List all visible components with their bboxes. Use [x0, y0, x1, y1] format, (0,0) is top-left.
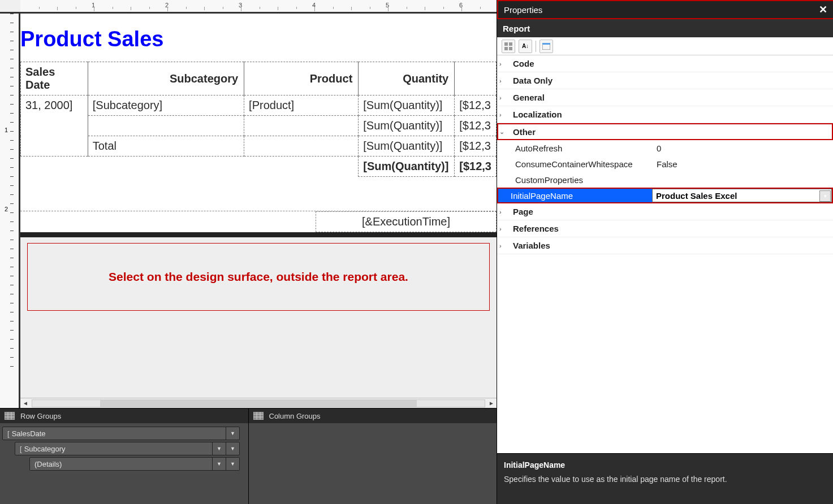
category-label: Localization	[513, 110, 562, 119]
chevron-down-icon[interactable]: ▾	[819, 190, 831, 202]
row-group-label: SalesDate	[7, 429, 226, 438]
category-label: Other	[513, 127, 536, 137]
chevron-down-icon[interactable]: ▼	[212, 458, 226, 470]
chevron-down-icon[interactable]: ▼	[226, 427, 239, 440]
scroll-track[interactable]	[32, 399, 485, 407]
cell[interactable]	[21, 136, 88, 157]
column-groups-header: Column Groups	[249, 409, 497, 423]
chevron-down-icon[interactable]: ▼	[226, 442, 239, 455]
svg-rect-15	[542, 43, 550, 45]
horizontal-scrollbar[interactable]: ◄ ►	[20, 398, 497, 408]
alphabetical-button[interactable]: A↓	[519, 40, 532, 53]
col-header-product[interactable]: Product	[244, 62, 359, 95]
property-row[interactable]: AutoRefresh0	[497, 140, 833, 156]
cell[interactable]	[244, 136, 359, 157]
row-group-item[interactable]: Subcategory▼▼	[15, 442, 240, 455]
property-category[interactable]: ›Variables	[497, 237, 833, 254]
chevron-right-icon: ›	[499, 208, 507, 215]
categorized-button[interactable]	[502, 40, 515, 53]
cell[interactable]: [$12,3	[455, 157, 497, 177]
cell[interactable]: [$12,3	[455, 116, 497, 136]
chevron-right-icon: ›	[499, 242, 507, 249]
property-name: CustomProperties	[515, 175, 657, 185]
property-category[interactable]: ›References	[497, 220, 833, 237]
chevron-right-icon: ›	[499, 94, 507, 101]
category-label: Data Only	[513, 76, 553, 85]
table-row[interactable]: 31, 2000] [Subcategory] [Product] [Sum(Q…	[21, 95, 497, 116]
category-label: General	[513, 93, 545, 102]
row-group-label: (Details)	[34, 460, 212, 468]
grouping-pane: Row Groups SalesDate▼Subcategory▼▼(Detai…	[0, 408, 497, 504]
property-category[interactable]: ›Data Only	[497, 72, 833, 89]
col-header-extra[interactable]	[455, 62, 497, 95]
property-description: InitialPageName Specifies the value to u…	[497, 453, 833, 504]
column-groups-label: Column Groups	[269, 412, 321, 420]
table-row[interactable]: Total [Sum(Quantity)] [$12,3	[21, 136, 497, 157]
property-grid[interactable]: ›Code›Data Only›General›Localization⌄Oth…	[497, 55, 833, 453]
page-footer[interactable]: [&ExecutionTime]	[20, 211, 497, 234]
property-row[interactable]: CustomProperties	[497, 172, 833, 188]
property-pages-button[interactable]	[539, 40, 553, 53]
cell[interactable]	[21, 116, 88, 136]
table-row[interactable]: [Sum(Quantity)] [$12,3	[21, 116, 497, 136]
close-icon[interactable]: ✕	[819, 3, 827, 16]
design-surface-outside[interactable]: Select on the design surface, outside th…	[20, 237, 497, 398]
report-tablix[interactable]: Sales Date Subcategory Product Quantity …	[20, 62, 497, 177]
property-category[interactable]: ›General	[497, 89, 833, 106]
property-category[interactable]: ›Localization	[497, 106, 833, 123]
cell[interactable]: Total	[88, 136, 244, 157]
cell[interactable]	[244, 116, 359, 136]
ruler-horizontal[interactable]: 123456	[20, 0, 497, 14]
cell[interactable]: [Sum(Quantity)]	[359, 157, 455, 177]
category-label: Variables	[513, 241, 550, 250]
cell[interactable]: [$12,3	[455, 95, 497, 116]
table-icon	[253, 412, 264, 420]
desc-body: Specifies the value to use as the initia…	[504, 473, 826, 485]
cell[interactable]: [Product]	[244, 95, 359, 116]
scroll-thumb[interactable]	[100, 400, 417, 407]
ruler-corner	[0, 0, 20, 14]
property-row[interactable]: ConsumeContainerWhitespaceFalse	[497, 156, 833, 172]
property-category[interactable]: ⌄Other	[497, 123, 833, 140]
chevron-right-icon: ›	[499, 60, 507, 67]
cell[interactable]	[88, 116, 244, 136]
property-category[interactable]: ›Code	[497, 55, 833, 72]
ruler-vertical[interactable]: 12	[0, 14, 20, 408]
row-group-item[interactable]: SalesDate▼	[2, 427, 240, 440]
instruction-box: Select on the design surface, outside th…	[27, 243, 490, 311]
row-group-label: Subcategory	[20, 445, 212, 453]
selected-object-row[interactable]: Report	[497, 19, 833, 37]
design-surface[interactable]: Product Sales Sales Date Subcategory Pro…	[20, 14, 497, 398]
property-value-input[interactable]: Product Sales Excel	[652, 189, 832, 202]
properties-header: Properties ✕	[497, 0, 833, 19]
property-row-selected[interactable]: InitialPageNameProduct Sales Excel▾	[497, 188, 833, 203]
row-group-item[interactable]: (Details)▼▼	[29, 457, 240, 471]
cell[interactable]: 31, 2000]	[21, 95, 88, 116]
properties-toolbar: A↓	[497, 37, 833, 55]
chevron-down-icon[interactable]: ▼	[226, 458, 239, 470]
row-groups-body: SalesDate▼Subcategory▼▼(Details)▼▼	[0, 423, 248, 504]
cell[interactable]: [Subcategory]	[88, 95, 244, 116]
scroll-right-arrow[interactable]: ►	[486, 399, 497, 407]
cell[interactable]: [Sum(Quantity)]	[359, 136, 455, 157]
table-total-row[interactable]: [Sum(Quantity)] [$12,3	[21, 157, 497, 177]
category-label: Page	[513, 207, 533, 216]
property-name: AutoRefresh	[515, 144, 657, 153]
cell[interactable]: [Sum(Quantity)]	[359, 116, 455, 136]
category-label: References	[513, 224, 559, 233]
property-value[interactable]: 0	[657, 144, 833, 153]
desc-title: InitialPageName	[504, 459, 826, 471]
col-header-quantity[interactable]: Quantity	[359, 62, 455, 95]
cell[interactable]: [$12,3	[455, 136, 497, 157]
row-groups-label: Row Groups	[20, 412, 61, 420]
scroll-left-arrow[interactable]: ◄	[20, 399, 31, 407]
chevron-down-icon[interactable]: ▼	[212, 442, 226, 455]
cell[interactable]: [Sum(Quantity)]	[359, 95, 455, 116]
svg-rect-0	[5, 412, 15, 420]
col-header-salesdate[interactable]: Sales Date	[21, 62, 88, 95]
property-category[interactable]: ›Page	[497, 203, 833, 220]
property-value[interactable]: False	[657, 159, 833, 169]
execution-time-cell[interactable]: [&ExecutionTime]	[316, 211, 497, 232]
col-header-subcategory[interactable]: Subcategory	[88, 62, 244, 95]
report-title[interactable]: Product Sales	[20, 14, 497, 62]
